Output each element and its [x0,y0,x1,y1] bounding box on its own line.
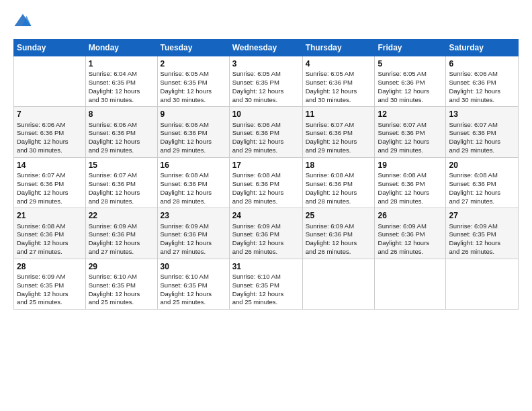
day-number: 27 [449,210,515,221]
day-info: Sunrise: 6:09 AM Sunset: 6:35 PM Dayligh… [449,222,500,255]
day-info: Sunrise: 6:05 AM Sunset: 6:36 PM Dayligh… [378,70,429,103]
day-info: Sunrise: 6:10 AM Sunset: 6:35 PM Dayligh… [232,273,284,306]
calendar-cell [14,56,86,107]
calendar-cell [375,259,446,309]
calendar-cell: 23Sunrise: 6:09 AM Sunset: 6:36 PM Dayli… [157,208,229,259]
day-info: Sunrise: 6:08 AM Sunset: 6:36 PM Dayligh… [378,171,429,204]
day-info: Sunrise: 6:09 AM Sunset: 6:36 PM Dayligh… [232,222,284,255]
day-number: 11 [306,109,372,120]
calendar-cell: 9Sunrise: 6:06 AM Sunset: 6:36 PM Daylig… [157,107,229,157]
calendar-cell: 29Sunrise: 6:10 AM Sunset: 6:35 PM Dayli… [85,259,157,309]
day-info: Sunrise: 6:08 AM Sunset: 6:36 PM Dayligh… [232,171,284,204]
day-info: Sunrise: 6:06 AM Sunset: 6:36 PM Dayligh… [89,121,140,154]
day-number: 17 [232,160,300,171]
week-row-3: 14Sunrise: 6:07 AM Sunset: 6:36 PM Dayli… [14,157,519,208]
day-info: Sunrise: 6:08 AM Sunset: 6:36 PM Dayligh… [17,222,69,255]
calendar-cell: 5Sunrise: 6:05 AM Sunset: 6:36 PM Daylig… [375,56,446,107]
day-info: Sunrise: 6:09 AM Sunset: 6:36 PM Dayligh… [378,222,429,255]
day-info: Sunrise: 6:07 AM Sunset: 6:36 PM Dayligh… [449,121,500,154]
calendar-cell: 7Sunrise: 6:06 AM Sunset: 6:36 PM Daylig… [14,107,86,157]
weekday-header-row: SundayMondayTuesdayWednesdayThursdayFrid… [14,40,519,56]
day-info: Sunrise: 6:10 AM Sunset: 6:35 PM Dayligh… [161,273,212,306]
weekday-header-saturday: Saturday [446,40,519,56]
day-info: Sunrise: 6:04 AM Sunset: 6:35 PM Dayligh… [89,70,140,103]
day-number: 14 [17,160,83,171]
day-info: Sunrise: 6:06 AM Sunset: 6:36 PM Dayligh… [449,70,500,103]
weekday-header-tuesday: Tuesday [157,40,229,56]
day-info: Sunrise: 6:08 AM Sunset: 6:36 PM Dayligh… [161,171,212,204]
day-number: 22 [89,210,154,221]
calendar-cell: 1Sunrise: 6:04 AM Sunset: 6:35 PM Daylig… [85,56,157,107]
calendar-cell: 21Sunrise: 6:08 AM Sunset: 6:36 PM Dayli… [14,208,86,259]
calendar-cell: 30Sunrise: 6:10 AM Sunset: 6:35 PM Dayli… [157,259,229,309]
calendar-table: SundayMondayTuesdayWednesdayThursdayFrid… [13,39,519,310]
calendar-cell: 18Sunrise: 6:08 AM Sunset: 6:36 PM Dayli… [302,157,375,208]
weekday-header-monday: Monday [85,40,157,56]
day-number: 15 [89,160,154,171]
calendar-cell: 25Sunrise: 6:09 AM Sunset: 6:36 PM Dayli… [302,208,375,259]
day-number: 19 [378,160,443,171]
day-info: Sunrise: 6:05 AM Sunset: 6:35 PM Dayligh… [161,70,212,103]
calendar-cell: 19Sunrise: 6:08 AM Sunset: 6:36 PM Dayli… [375,157,446,208]
calendar-cell: 28Sunrise: 6:09 AM Sunset: 6:35 PM Dayli… [14,259,86,309]
day-number: 16 [161,160,226,171]
day-info: Sunrise: 6:06 AM Sunset: 6:36 PM Dayligh… [232,121,284,154]
calendar-cell: 16Sunrise: 6:08 AM Sunset: 6:36 PM Dayli… [157,157,229,208]
calendar-cell: 12Sunrise: 6:07 AM Sunset: 6:36 PM Dayli… [375,107,446,157]
day-number: 1 [89,58,154,69]
day-info: Sunrise: 6:06 AM Sunset: 6:36 PM Dayligh… [161,121,212,154]
day-info: Sunrise: 6:10 AM Sunset: 6:35 PM Dayligh… [89,273,140,306]
calendar-cell: 11Sunrise: 6:07 AM Sunset: 6:36 PM Dayli… [302,107,375,157]
day-info: Sunrise: 6:07 AM Sunset: 6:36 PM Dayligh… [89,171,140,204]
day-number: 24 [232,210,300,221]
calendar-cell [446,259,519,309]
day-number: 29 [89,261,154,272]
day-info: Sunrise: 6:05 AM Sunset: 6:35 PM Dayligh… [232,70,284,103]
day-number: 13 [449,109,515,120]
day-number: 23 [161,210,226,221]
calendar-cell: 20Sunrise: 6:08 AM Sunset: 6:36 PM Dayli… [446,157,519,208]
day-number: 2 [161,58,226,69]
day-number: 9 [161,109,226,120]
weekday-header-sunday: Sunday [14,40,86,56]
day-info: Sunrise: 6:09 AM Sunset: 6:35 PM Dayligh… [17,273,69,306]
day-number: 30 [161,261,226,272]
logo-icon [13,12,32,31]
day-info: Sunrise: 6:07 AM Sunset: 6:36 PM Dayligh… [306,121,357,154]
day-info: Sunrise: 6:07 AM Sunset: 6:36 PM Dayligh… [378,121,429,154]
day-number: 20 [449,160,515,171]
weekday-header-friday: Friday [375,40,446,56]
calendar-cell: 22Sunrise: 6:09 AM Sunset: 6:36 PM Dayli… [85,208,157,259]
header [13,12,519,31]
page: SundayMondayTuesdayWednesdayThursdayFrid… [0,0,532,411]
calendar-cell: 13Sunrise: 6:07 AM Sunset: 6:36 PM Dayli… [446,107,519,157]
day-info: Sunrise: 6:05 AM Sunset: 6:36 PM Dayligh… [306,70,357,103]
day-info: Sunrise: 6:07 AM Sunset: 6:36 PM Dayligh… [17,171,69,204]
day-info: Sunrise: 6:06 AM Sunset: 6:36 PM Dayligh… [17,121,69,154]
day-number: 4 [306,58,372,69]
day-number: 3 [232,58,300,69]
logo [13,12,35,31]
day-number: 12 [378,109,443,120]
calendar-cell: 14Sunrise: 6:07 AM Sunset: 6:36 PM Dayli… [14,157,86,208]
day-info: Sunrise: 6:09 AM Sunset: 6:36 PM Dayligh… [161,222,212,255]
day-number: 25 [306,210,372,221]
day-number: 10 [232,109,300,120]
calendar-cell [302,259,375,309]
day-number: 5 [378,58,443,69]
day-number: 7 [17,109,83,120]
calendar-cell: 3Sunrise: 6:05 AM Sunset: 6:35 PM Daylig… [229,56,302,107]
day-info: Sunrise: 6:08 AM Sunset: 6:36 PM Dayligh… [306,171,357,204]
calendar-cell: 15Sunrise: 6:07 AM Sunset: 6:36 PM Dayli… [85,157,157,208]
day-number: 31 [232,261,300,272]
week-row-5: 28Sunrise: 6:09 AM Sunset: 6:35 PM Dayli… [14,259,519,309]
day-number: 18 [306,160,372,171]
calendar-cell: 6Sunrise: 6:06 AM Sunset: 6:36 PM Daylig… [446,56,519,107]
day-info: Sunrise: 6:08 AM Sunset: 6:36 PM Dayligh… [449,171,500,204]
calendar-cell: 31Sunrise: 6:10 AM Sunset: 6:35 PM Dayli… [229,259,302,309]
weekday-header-thursday: Thursday [302,40,375,56]
weekday-header-wednesday: Wednesday [229,40,302,56]
week-row-2: 7Sunrise: 6:06 AM Sunset: 6:36 PM Daylig… [14,107,519,157]
day-info: Sunrise: 6:09 AM Sunset: 6:36 PM Dayligh… [306,222,357,255]
day-number: 21 [17,210,83,221]
